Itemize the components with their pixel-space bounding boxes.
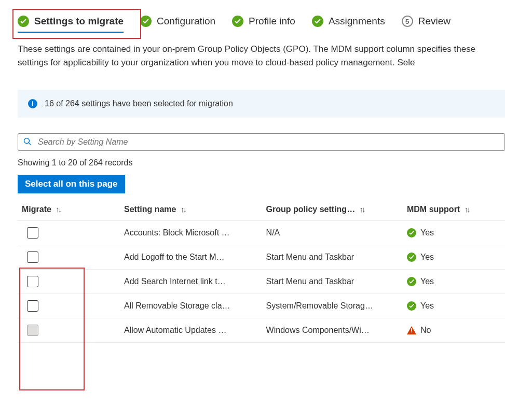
tab-label: Assignments bbox=[329, 16, 385, 27]
check-icon bbox=[312, 16, 323, 27]
table-row: Accounts: Block Microsoft …N/AYes bbox=[18, 221, 505, 245]
group-policy-cell: Start Menu and Taskbar bbox=[262, 270, 403, 294]
setting-name-cell: Allow Automatic Updates … bbox=[120, 318, 262, 343]
mdm-support-cell: Yes bbox=[403, 245, 505, 270]
check-icon bbox=[18, 16, 29, 27]
setting-name-cell: Add Search Internet link t… bbox=[120, 270, 262, 294]
column-label: Group policy setting… bbox=[266, 205, 356, 214]
check-icon bbox=[407, 301, 416, 311]
check-icon bbox=[232, 16, 243, 27]
mdm-support-cell: Yes bbox=[403, 294, 505, 318]
table-row: All Removable Storage cla…System/Removab… bbox=[18, 294, 505, 318]
setting-name-cell: Accounts: Block Microsoft … bbox=[120, 221, 262, 245]
check-icon bbox=[140, 16, 152, 27]
selection-info-banner: i 16 of 264 settings have been selected … bbox=[18, 90, 505, 118]
group-policy-cell: Start Menu and Taskbar bbox=[262, 245, 403, 270]
table-row: Add Logoff to the Start M…Start Menu and… bbox=[18, 245, 505, 270]
migrate-checkbox[interactable] bbox=[27, 227, 38, 239]
search-input-wrapper[interactable] bbox=[18, 133, 505, 151]
column-label: Setting name bbox=[124, 205, 176, 214]
sort-icon: ↑↓ bbox=[465, 205, 469, 214]
setting-name-cell: All Removable Storage cla… bbox=[120, 294, 262, 318]
column-header-group-policy[interactable]: Group policy setting… ↑↓ bbox=[262, 199, 403, 221]
tab-label: Profile info bbox=[249, 16, 295, 27]
column-header-mdm-support[interactable]: MDM support ↑↓ bbox=[403, 199, 505, 221]
migrate-checkbox[interactable] bbox=[27, 300, 38, 312]
tab-review[interactable]: 5 Review bbox=[402, 16, 451, 30]
check-icon bbox=[407, 228, 416, 237]
sort-icon: ↑↓ bbox=[181, 205, 185, 214]
tab-settings-to-migrate[interactable]: Settings to migrate bbox=[18, 16, 124, 30]
mdm-support-value: Yes bbox=[420, 277, 434, 286]
group-policy-cell: N/A bbox=[262, 221, 403, 245]
step-number-badge: 5 bbox=[402, 16, 413, 27]
svg-point-0 bbox=[24, 138, 30, 143]
description-text: These settings are contained in your on-… bbox=[0, 38, 505, 90]
search-icon bbox=[23, 137, 32, 147]
sort-icon: ↑↓ bbox=[360, 205, 364, 214]
mdm-support-cell: Yes bbox=[403, 270, 505, 294]
tab-assignments[interactable]: Assignments bbox=[312, 16, 385, 30]
check-icon bbox=[407, 253, 416, 262]
settings-table: Migrate ↑↓ Setting name ↑↓ Group policy … bbox=[18, 199, 505, 343]
table-row: Allow Automatic Updates …Windows Compone… bbox=[18, 318, 505, 343]
mdm-support-cell: Yes bbox=[403, 221, 505, 245]
group-policy-cell: System/Removable Storag… bbox=[262, 294, 403, 318]
setting-name-cell: Add Logoff to the Start M… bbox=[120, 245, 262, 270]
column-header-setting-name[interactable]: Setting name ↑↓ bbox=[120, 199, 262, 221]
column-header-migrate[interactable]: Migrate ↑↓ bbox=[18, 199, 120, 221]
tab-configuration[interactable]: Configuration bbox=[140, 16, 215, 30]
warning-icon bbox=[407, 326, 416, 334]
banner-text: 16 of 264 settings have been selected fo… bbox=[45, 99, 233, 108]
tab-label: Configuration bbox=[157, 16, 215, 27]
migrate-checkbox[interactable] bbox=[27, 251, 38, 263]
select-all-button[interactable]: Select all on this page bbox=[18, 175, 125, 193]
sort-icon: ↑↓ bbox=[56, 205, 60, 214]
check-icon bbox=[407, 277, 416, 286]
tab-profile-info[interactable]: Profile info bbox=[232, 16, 295, 30]
search-input[interactable] bbox=[37, 137, 499, 147]
mdm-support-value: Yes bbox=[420, 228, 434, 237]
mdm-support-value: No bbox=[420, 326, 431, 335]
group-policy-cell: Windows Components/Wi… bbox=[262, 318, 403, 343]
migrate-checkbox[interactable] bbox=[27, 276, 38, 287]
info-icon: i bbox=[28, 99, 37, 108]
table-row: Add Search Internet link t…Start Menu an… bbox=[18, 270, 505, 294]
column-label: Migrate bbox=[22, 205, 51, 214]
mdm-support-cell: No bbox=[403, 318, 505, 343]
mdm-support-value: Yes bbox=[420, 253, 434, 262]
tab-label: Review bbox=[418, 16, 451, 27]
mdm-support-value: Yes bbox=[420, 301, 434, 311]
svg-line-1 bbox=[29, 143, 31, 145]
wizard-tabs: Settings to migrate Configuration Profil… bbox=[0, 0, 505, 38]
migrate-checkbox bbox=[27, 325, 38, 336]
tab-label: Settings to migrate bbox=[34, 16, 124, 27]
records-count-text: Showing 1 to 20 of 264 records bbox=[0, 151, 505, 175]
column-label: MDM support bbox=[407, 205, 460, 214]
